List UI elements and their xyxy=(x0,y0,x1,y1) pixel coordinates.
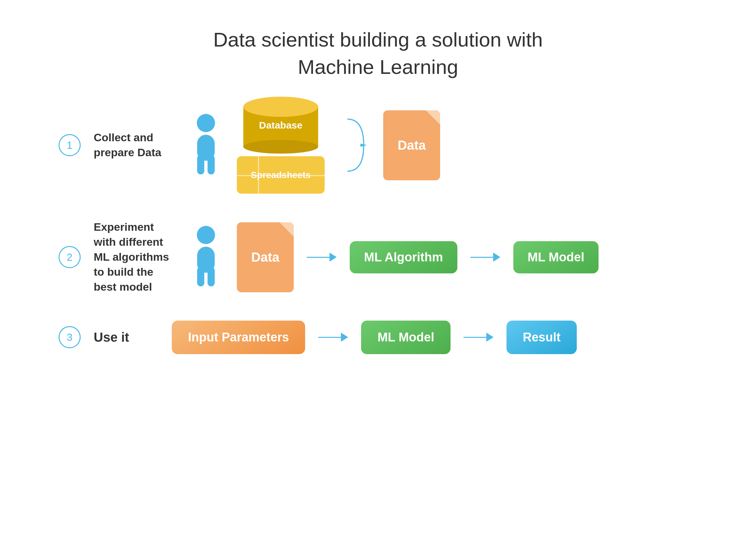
arrow-step2-2 xyxy=(470,252,500,262)
svg-rect-8 xyxy=(208,267,215,287)
step-2-number: 2 xyxy=(59,246,81,268)
svg-point-5 xyxy=(197,226,215,244)
input-parameters-box: Input Parameters xyxy=(172,321,305,354)
arrow-step3-2 xyxy=(464,333,493,342)
data-card-step1: Data xyxy=(383,110,440,180)
person-icon-step2 xyxy=(191,225,221,290)
ml-model-box-step3: ML Model xyxy=(361,321,451,354)
data-card-step2: Data xyxy=(237,222,294,292)
result-box: Result xyxy=(507,321,577,354)
ml-algorithm-box: ML Algorithm xyxy=(350,241,457,273)
arrow-step2-1 xyxy=(307,252,337,262)
step-1-number: 1 xyxy=(59,134,81,156)
title-line1: Data scientist building a solution with xyxy=(213,28,543,51)
spreadsheet-box: Spreadsheets xyxy=(237,156,325,194)
svg-rect-3 xyxy=(208,155,215,175)
step-3-label: Use it xyxy=(94,330,159,345)
step-1-row: 1 Collect and prepare Data Database xyxy=(59,97,697,194)
diagram-container: 1 Collect and prepare Data Database xyxy=(0,97,756,354)
svg-rect-2 xyxy=(197,155,204,175)
person-icon-step1 xyxy=(191,113,221,178)
step-2-label: Experiment with different ML algorithms … xyxy=(94,220,178,294)
step-1-label: Collect and prepare Data xyxy=(94,130,178,160)
database-label: Database xyxy=(259,120,302,131)
database-cylinder: Database xyxy=(243,97,318,154)
title-line2: Machine Learning xyxy=(298,56,458,78)
page-title: Data scientist building a solution with … xyxy=(213,26,543,81)
svg-rect-7 xyxy=(197,267,204,287)
db-spreadsheet-group: Database Spreadsheets xyxy=(237,97,325,194)
step-3-number: 3 xyxy=(59,326,81,348)
arrow-step3-1 xyxy=(318,333,348,342)
brace-arrow-step1 xyxy=(341,109,367,181)
ml-model-box-step2: ML Model xyxy=(513,241,599,273)
step-3-row: 3 Use it Input Parameters ML Model Resul… xyxy=(59,321,697,354)
spreadsheet-label: Spreadsheets xyxy=(251,170,311,180)
svg-point-0 xyxy=(197,114,215,132)
step-2-row: 2 Experiment with different ML algorithm… xyxy=(59,220,697,294)
